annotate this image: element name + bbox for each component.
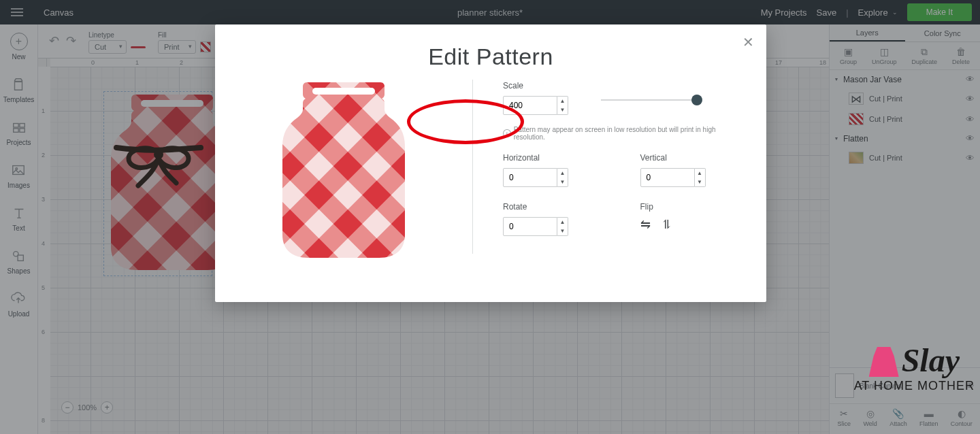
stepper-up-icon[interactable]: ▲: [695, 169, 705, 178]
vertical-label: Vertical: [640, 153, 742, 163]
stepper-down-icon[interactable]: ▼: [557, 227, 568, 235]
pattern-preview: [215, 77, 472, 281]
rotate-label: Rotate: [503, 202, 605, 212]
edit-pattern-modal: ✕ Edit Pattern Scale ▲▼ iPattern may app…: [215, 24, 766, 302]
flip-horizontal-icon[interactable]: ⇋: [640, 217, 651, 232]
scale-field[interactable]: [503, 96, 557, 115]
svg-rect-15: [312, 88, 375, 95]
scale-label: Scale: [503, 81, 742, 90]
stepper-down-icon[interactable]: ▼: [557, 178, 568, 186]
scale-slider[interactable]: [601, 93, 700, 107]
rotate-field[interactable]: [503, 217, 557, 236]
stepper-up-icon[interactable]: ▲: [557, 218, 568, 227]
vertical-field[interactable]: [640, 168, 695, 187]
stepper-up-icon[interactable]: ▲: [557, 169, 568, 178]
resolution-hint: iPattern may appear on screen in low res…: [503, 126, 742, 141]
close-icon[interactable]: ✕: [742, 34, 754, 50]
slider-thumb[interactable]: [691, 95, 702, 105]
modal-title: Edit Pattern: [215, 44, 766, 70]
vertical-input[interactable]: ▲▼: [640, 168, 742, 187]
stepper-up-icon[interactable]: ▲: [557, 97, 568, 105]
horizontal-input[interactable]: ▲▼: [503, 168, 605, 187]
stepper-down-icon[interactable]: ▼: [695, 178, 705, 186]
flip-vertical-icon[interactable]: ⥮: [662, 217, 672, 232]
rotate-input[interactable]: ▲▼: [503, 217, 605, 236]
horizontal-label: Horizontal: [503, 153, 605, 163]
info-icon: i: [503, 129, 511, 137]
flip-label: Flip: [640, 202, 742, 212]
horizontal-field[interactable]: [503, 168, 557, 187]
stepper-down-icon[interactable]: ▼: [557, 105, 568, 114]
